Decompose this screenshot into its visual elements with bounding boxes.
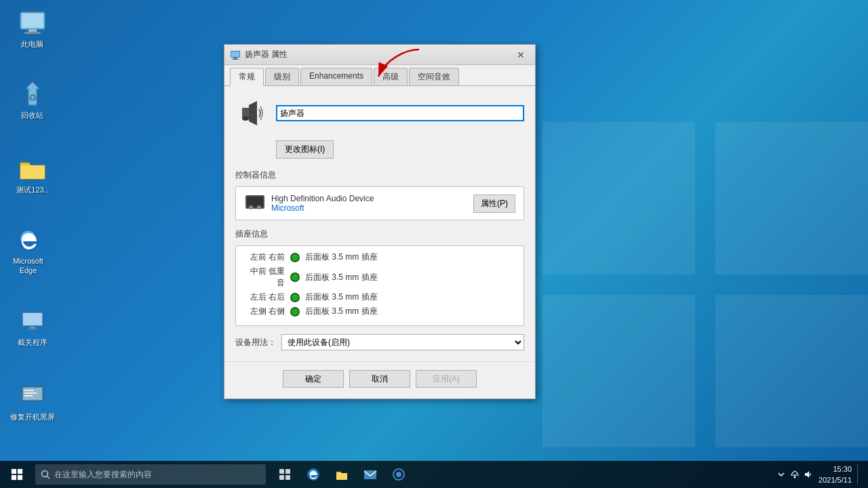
desktop-icon-recycle-bin[interactable]: ♻ 回收站 xyxy=(7,78,58,123)
controller-device-icon xyxy=(244,192,266,214)
svg-rect-22 xyxy=(231,52,239,57)
jack-row-3: 左侧 右侧 后面板 3.5 mm 插座 xyxy=(244,306,515,317)
jack-label-3: 左侧 右侧 xyxy=(244,306,285,317)
folder-label: 测试123.. xyxy=(16,185,47,195)
quick-assist-icon xyxy=(19,308,46,335)
desktop-icon-quick-assist[interactable]: 截关程序 xyxy=(7,305,58,350)
taskbar: 在这里输入您要搜索的内容 xyxy=(0,461,868,488)
svg-rect-13 xyxy=(30,327,35,329)
dialog-buttons: 确定 取消 应用(A) xyxy=(224,361,535,399)
svg-point-27 xyxy=(242,117,249,121)
tab-enhancements[interactable]: Enhancements xyxy=(300,68,372,85)
jack-value-1: 后面板 3.5 mm 插座 xyxy=(305,272,378,283)
controller-props-button[interactable]: 属性(P) xyxy=(473,195,515,213)
jack-label-2: 左后 右后 xyxy=(244,291,285,303)
task-view-button[interactable] xyxy=(271,461,298,488)
ok-button[interactable]: 确定 xyxy=(283,370,344,388)
svg-point-45 xyxy=(396,472,401,477)
jack-section: 左前 右前 后面板 3.5 mm 插座 中前 低重音 后面板 3.5 mm 插座… xyxy=(235,245,524,326)
speaker-name-input[interactable] xyxy=(276,105,524,121)
clock-time: 15:30 xyxy=(818,464,852,475)
dialog-tabs: 常规 级别 Enhancements 高级 空间音效 xyxy=(224,65,535,86)
taskbar-mail-button[interactable] xyxy=(357,461,384,488)
svg-rect-2 xyxy=(542,295,695,447)
svg-rect-6 xyxy=(28,29,37,32)
dialog-content: 更改图标(I) 控制器信息 High Definition Audio Devi… xyxy=(224,86,535,361)
device-use-select[interactable]: 使用此设备(启用) 不使用此设备(停用) xyxy=(281,334,524,350)
svg-line-37 xyxy=(47,476,50,479)
svg-rect-3 xyxy=(715,295,868,447)
tray-chevron-icon[interactable] xyxy=(776,470,786,479)
tab-general[interactable]: 常规 xyxy=(230,68,264,86)
taskbar-edge-icon xyxy=(307,468,320,481)
tab-spatial[interactable]: 空间音效 xyxy=(409,68,459,85)
device-use-row: 设备用法： 使用此设备(启用) 不使用此设备(停用) xyxy=(235,334,524,350)
folder-icon xyxy=(19,155,46,182)
svg-rect-38 xyxy=(279,469,284,474)
search-icon xyxy=(41,470,50,479)
speaker-icon-container xyxy=(235,97,268,129)
jack-dot-3 xyxy=(290,307,300,317)
edge-icon xyxy=(15,226,42,253)
controller-name: High Definition Audio Device xyxy=(271,194,468,203)
show-desktop-button[interactable] xyxy=(857,464,863,485)
network-icon[interactable] xyxy=(790,470,800,479)
close-button[interactable]: ✕ xyxy=(512,48,530,62)
apply-button[interactable]: 应用(A) xyxy=(416,370,477,388)
taskbar-edge-button[interactable] xyxy=(300,461,327,488)
speaker-icon xyxy=(237,98,267,128)
controller-manufacturer-link[interactable]: Microsoft xyxy=(271,203,304,213)
device-use-label: 设备用法： xyxy=(235,337,276,348)
svg-point-36 xyxy=(42,471,48,477)
desktop-icon-folder[interactable]: 测试123.. xyxy=(7,152,58,197)
jack-value-2: 后面板 3.5 mm 插座 xyxy=(305,291,378,303)
jack-row-0: 左前 右前 后面板 3.5 mm 插座 xyxy=(244,251,515,263)
taskbar-search[interactable]: 在这里输入您要搜索的内容 xyxy=(35,464,266,485)
taskbar-explorer-button[interactable] xyxy=(328,461,355,488)
svg-rect-43 xyxy=(364,470,376,479)
desktop-icon-edge[interactable]: Microsoft Edge xyxy=(3,224,54,279)
this-pc-icon xyxy=(19,9,46,37)
svg-rect-40 xyxy=(279,475,284,480)
edge-label: Microsoft Edge xyxy=(5,256,51,276)
change-icon-button[interactable]: 更改图标(I) xyxy=(276,140,334,159)
jack-row-2: 左后 右后 后面板 3.5 mm 插座 xyxy=(244,291,515,303)
tab-advanced[interactable]: 高级 xyxy=(374,68,408,85)
desktop-icon-this-pc[interactable]: 此电脑 xyxy=(7,7,58,52)
svg-rect-41 xyxy=(285,475,290,480)
cancel-button[interactable]: 取消 xyxy=(349,370,410,388)
taskbar-quick-icons xyxy=(271,461,412,488)
regedit-label: 修复开机黑屏 xyxy=(10,412,55,422)
start-icon xyxy=(11,468,23,481)
search-placeholder: 在这里输入您要搜索的内容 xyxy=(54,469,152,481)
svg-rect-5 xyxy=(22,14,43,28)
dialog-title: 扬声器 属性 xyxy=(245,49,512,60)
jack-dot-0 xyxy=(290,253,300,262)
task-view-icon xyxy=(279,468,291,481)
jack-value-3: 后面板 3.5 mm 插座 xyxy=(305,306,378,317)
jack-row-1: 中前 低重音 后面板 3.5 mm 插座 xyxy=(244,266,515,289)
start-button[interactable] xyxy=(0,461,34,488)
dialog-icon xyxy=(230,49,241,60)
svg-point-30 xyxy=(249,205,253,209)
taskbar-explorer-icon xyxy=(335,468,349,481)
desktop-icon-regedit[interactable]: 修复开机黑屏 xyxy=(7,380,58,424)
controller-info: High Definition Audio Device Microsoft xyxy=(271,194,468,213)
svg-rect-24 xyxy=(232,59,239,60)
jack-dot-2 xyxy=(290,293,300,302)
volume-icon[interactable] xyxy=(804,470,813,479)
svg-point-46 xyxy=(794,476,796,479)
dialog-titlebar[interactable]: 扬声器 属性 ✕ xyxy=(224,45,535,65)
jack-value-0: 后面板 3.5 mm 插座 xyxy=(305,251,378,263)
clock-date: 2021/5/11 xyxy=(818,474,852,486)
svg-rect-1 xyxy=(715,122,868,274)
svg-rect-16 xyxy=(23,388,42,400)
tab-levels[interactable]: 级别 xyxy=(265,68,299,85)
svg-rect-0 xyxy=(542,122,695,274)
recycle-bin-label: 回收站 xyxy=(21,110,43,120)
svg-rect-7 xyxy=(24,32,41,34)
jack-label-1: 中前 低重音 xyxy=(244,266,285,289)
clock[interactable]: 15:30 2021/5/11 xyxy=(818,464,852,486)
taskbar-cortana-button[interactable] xyxy=(385,461,412,488)
desktop: 此电脑 ♻ 回收站 测试123.. Micros xyxy=(0,0,868,488)
